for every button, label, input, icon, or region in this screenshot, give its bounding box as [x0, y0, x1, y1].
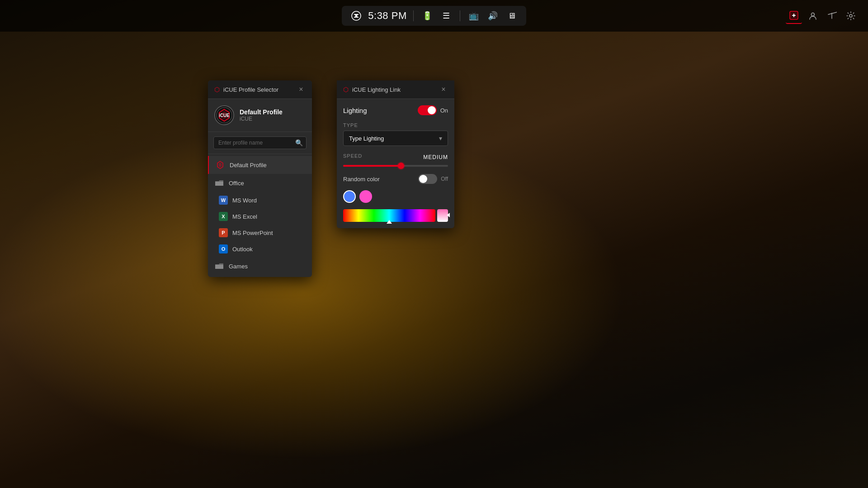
outlook-label: Outlook	[232, 246, 253, 253]
profile-item-games[interactable]: Games	[208, 257, 312, 275]
color-swatch-pink[interactable]	[359, 190, 372, 203]
office-label: Office	[229, 180, 244, 187]
profile-selector-panel: ⬡ iCUE Profile Selector × iCUE Default P…	[208, 80, 312, 277]
chevron-down-icon: ▾	[439, 135, 442, 142]
profile-search-input[interactable]	[213, 136, 307, 149]
color-picker-row	[343, 209, 448, 222]
speed-value: MEDIUM	[423, 154, 448, 160]
display-icon[interactable]: 📺	[467, 9, 481, 23]
color-swatch-blue[interactable]	[343, 190, 356, 203]
lighting-toggle-group: On	[418, 105, 448, 115]
profile-selector-header: ⬡ iCUE Profile Selector ×	[208, 80, 312, 99]
profile-search-section: 🔍	[208, 132, 312, 154]
volume-icon[interactable]: 🔊	[486, 9, 500, 23]
profile-item-office[interactable]: Office	[208, 174, 312, 192]
svg-text:iCUE: iCUE	[219, 113, 230, 118]
speed-slider-fill	[343, 165, 401, 167]
taskbar-divider	[413, 10, 414, 21]
taskbar-center: 5:38 PM 🔋 ☰ 📺 🔊 🖥	[342, 6, 526, 26]
profile-item-default[interactable]: Default Profile	[208, 156, 312, 174]
type-dropdown-value: Type Lighting	[349, 135, 384, 142]
msword-label: MS Word	[232, 197, 257, 204]
profile-list: Default Profile Office W MS Word X MS Ex…	[208, 154, 312, 277]
random-color-row: Random color Off	[343, 174, 448, 184]
profile-info: Default Profile iCUE	[240, 108, 283, 122]
taskbar-divider2	[460, 10, 460, 21]
outlook-icon: O	[219, 244, 228, 253]
profile-display-name: Default Profile	[240, 108, 283, 116]
toggle-thumb	[428, 106, 436, 114]
profile-sub-label: iCUE	[240, 116, 283, 122]
office-folder-icon	[214, 178, 224, 188]
msword-icon: W	[219, 196, 228, 205]
profile-user-section: iCUE Default Profile iCUE	[208, 99, 312, 132]
type-section-label: TYPE	[343, 122, 448, 128]
profile-selector-close[interactable]: ×	[297, 85, 306, 94]
lighting-link-panel: ⬡ iCUE Lighting Link × Lighting On TYPE …	[337, 80, 454, 228]
random-color-toggle[interactable]	[418, 174, 437, 184]
default-profile-icon	[215, 160, 225, 170]
brightness-thumb	[447, 213, 450, 217]
speed-header: SPEED MEDIUM	[343, 153, 448, 161]
search-icon[interactable]: 🔍	[295, 139, 303, 146]
profile-item-msppt[interactable]: P MS PowerPoint	[208, 225, 312, 241]
speed-slider-thumb[interactable]	[398, 163, 404, 169]
battery-icon[interactable]: 🔋	[420, 9, 434, 23]
svg-point-5	[849, 14, 852, 17]
monitor-icon[interactable]: 🖥	[505, 9, 519, 23]
lighting-icue-icon: ⬡	[343, 86, 349, 93]
lighting-body: Lighting On TYPE Type Lighting ▾ SPEED M…	[337, 99, 454, 228]
svg-marker-11	[219, 163, 222, 167]
games-folder-icon	[214, 261, 224, 271]
profile-item-outlook[interactable]: O Outlook	[208, 241, 312, 257]
taskbar: 5:38 PM 🔋 ☰ 📺 🔊 🖥	[0, 0, 868, 32]
color-swatches	[343, 190, 448, 203]
xbox-icon[interactable]	[349, 9, 363, 23]
profile-avatar: iCUE	[214, 105, 234, 125]
msppt-icon: P	[219, 228, 228, 237]
spectrum-thumb	[387, 220, 392, 224]
random-color-label: Random color	[343, 176, 380, 183]
random-off-label: Off	[441, 176, 448, 182]
menu-icon[interactable]: ☰	[439, 9, 453, 23]
svg-point-1	[355, 15, 357, 17]
speed-label: SPEED	[343, 153, 362, 159]
profile-item-msword[interactable]: W MS Word	[208, 192, 312, 208]
lighting-toggle[interactable]	[418, 105, 437, 115]
games-label: Games	[229, 263, 248, 270]
msexcel-icon: X	[219, 212, 228, 221]
random-toggle-thumb	[419, 175, 427, 183]
random-toggle-group: Off	[418, 174, 448, 184]
lighting-link-close[interactable]: ×	[439, 85, 448, 94]
background	[0, 0, 868, 488]
icue-small-icon: ⬡	[214, 86, 220, 93]
lighting-on-label: On	[440, 107, 448, 114]
profile-taskbar-icon[interactable]	[805, 8, 821, 24]
taskbar-right	[786, 0, 859, 32]
default-profile-label: Default Profile	[230, 162, 267, 169]
profile-selector-title: iCUE Profile Selector	[223, 86, 278, 93]
brightness-slider[interactable]	[437, 209, 448, 222]
profile-item-msexcel[interactable]: X MS Excel	[208, 208, 312, 225]
lighting-link-header: ⬡ iCUE Lighting Link ×	[337, 80, 454, 99]
settings-taskbar-icon[interactable]	[843, 8, 859, 24]
lighting-taskbar-icon[interactable]	[786, 8, 802, 24]
type-section: TYPE Type Lighting ▾	[343, 122, 448, 146]
msexcel-label: MS Excel	[232, 213, 257, 220]
mute-taskbar-icon[interactable]	[824, 8, 840, 24]
msppt-label: MS PowerPoint	[232, 230, 273, 236]
lighting-toggle-row: Lighting On	[343, 105, 448, 115]
taskbar-time: 5:38 PM	[368, 10, 406, 22]
type-dropdown[interactable]: Type Lighting ▾	[343, 131, 448, 146]
speed-slider-track[interactable]	[343, 165, 448, 167]
color-spectrum-slider[interactable]	[343, 209, 435, 222]
speed-section: SPEED MEDIUM	[343, 153, 448, 167]
profile-selector-header-left: ⬡ iCUE Profile Selector	[214, 86, 278, 93]
svg-point-4	[811, 13, 815, 16]
lighting-link-header-left: ⬡ iCUE Lighting Link	[343, 86, 401, 93]
lighting-link-title: iCUE Lighting Link	[352, 86, 401, 93]
lighting-main-label: Lighting	[343, 107, 367, 114]
